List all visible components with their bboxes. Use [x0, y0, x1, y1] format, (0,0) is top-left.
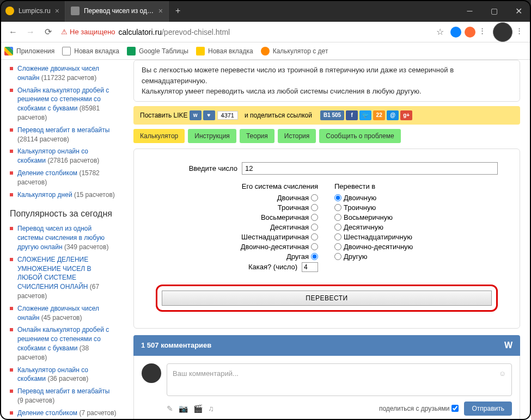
sidebar-link[interactable]: Калькулятор дней (15 расчетов)	[10, 190, 117, 200]
close-icon[interactable]: ×	[55, 7, 59, 15]
to-radio[interactable]	[334, 243, 341, 250]
browser-menu-icon[interactable]: ⋮	[516, 27, 527, 38]
to-radio[interactable]	[334, 224, 341, 231]
from-radio[interactable]	[311, 243, 318, 250]
heart-icon[interactable]: ♥	[203, 110, 215, 120]
convert-highlight: ПЕРЕВЕСТИ	[156, 285, 498, 312]
close-window-button[interactable]: ✕	[506, 0, 531, 22]
radio-label: Троичная	[278, 203, 309, 212]
from-label: Его система счисления	[241, 182, 318, 190]
sidebar-link[interactable]: Калькулятор онлайн со скобками (27816 ра…	[10, 147, 117, 165]
sidebar-link[interactable]: Онлайн калькулятор дробей с решением со …	[10, 86, 117, 122]
page-icon	[62, 47, 71, 55]
comment-textarea[interactable]: Ваш комментарий... ☺	[167, 363, 512, 396]
from-radio[interactable]	[311, 214, 318, 221]
bookmark-item[interactable]: Новая вкладка	[196, 47, 253, 55]
to-label: Перевести в	[334, 182, 413, 190]
to-radio[interactable]	[334, 204, 341, 211]
radio-label: Восьмеричная	[261, 213, 309, 221]
radio-label: Другую	[344, 252, 367, 261]
sidebar-link[interactable]: Сложение двоичных чисел онлайн (45 расче…	[10, 304, 117, 323]
to-radio[interactable]	[334, 233, 341, 240]
url-domain: calculatori.ru	[119, 28, 162, 36]
panel-tab[interactable]: Сообщить о проблеме	[319, 129, 400, 143]
from-radio[interactable]	[311, 233, 318, 240]
to-radio[interactable]	[334, 194, 341, 201]
vk-logo-icon: W	[504, 341, 512, 350]
vk-share-button[interactable]: В 1 505	[320, 110, 344, 120]
emoji-icon[interactable]: ☺	[499, 369, 506, 378]
sidebar-link[interactable]: Перевод мегабит в мегабайты (9 расчетов)	[10, 387, 117, 405]
sidebar-link[interactable]: Деление столбиком (7 расчетов)	[10, 409, 117, 418]
vk-icon[interactable]: w	[190, 110, 202, 120]
video-icon[interactable]: 🎬	[193, 404, 203, 413]
sidebar-link[interactable]: Онлайн калькулятор дробей с решением со …	[10, 325, 117, 362]
from-radio[interactable]	[311, 194, 318, 201]
fb-share-button[interactable]: f	[346, 110, 358, 120]
menu-icon[interactable]: ⋮	[479, 27, 490, 38]
draw-icon[interactable]: ✎	[167, 404, 173, 413]
to-radio[interactable]	[334, 214, 341, 221]
convert-button[interactable]: ПЕРЕВЕСТИ	[162, 291, 492, 306]
radio-label: Двоично-десятичная	[241, 243, 309, 251]
from-radio[interactable]	[311, 204, 318, 211]
bookmark-item[interactable]: Новая вкладка	[62, 47, 119, 55]
from-radio[interactable]	[311, 224, 318, 231]
apps-button[interactable]: Приложения	[4, 47, 54, 55]
reload-button[interactable]: ⟳	[40, 24, 56, 40]
description-text: Вы с легкостью можете перевести число из…	[142, 65, 512, 86]
radio-label: Шестнадцатиричная	[241, 233, 309, 241]
back-button[interactable]: ←	[5, 24, 21, 40]
new-tab-button[interactable]: +	[169, 0, 187, 22]
profile-avatar-icon[interactable]	[493, 22, 512, 42]
sidebar-heading: Популярность за сегодня	[10, 209, 117, 219]
tab-title: Lumpics.ru	[19, 7, 51, 15]
tw-share-button[interactable]: 🐦	[359, 110, 371, 120]
camera-icon[interactable]: 📷	[179, 404, 188, 413]
vk-count: 1 505	[327, 112, 341, 118]
url-field[interactable]: Не защищено calculatori.ru/perevod-chise…	[61, 24, 432, 40]
share-checkbox[interactable]	[451, 405, 459, 412]
sidebar-link[interactable]: Сложение двоичных чисел онлайн (117232 р…	[10, 64, 117, 83]
minimize-button[interactable]: ─	[457, 0, 482, 22]
bookmark-item[interactable]: Google Таблицы	[127, 47, 188, 55]
browser-tab[interactable]: Lumpics.ru ×	[0, 0, 65, 22]
sidebar-link[interactable]: Перевод мегабит в мегабайты (28114 расче…	[10, 126, 117, 144]
extension-icon[interactable]	[450, 27, 461, 38]
bookmark-item[interactable]: Калькулятор с дет	[261, 47, 328, 55]
maximize-button[interactable]: ▢	[482, 0, 506, 22]
url-path: /perevod-chisel.html	[162, 28, 230, 36]
radio-label: Десятичную	[344, 223, 383, 231]
sidebar-link[interactable]: Перевод чисел из одной системы счисления…	[10, 224, 117, 251]
browser-tab-active[interactable]: Перевод чисел из одной систем ×	[65, 0, 169, 22]
sidebar-link[interactable]: СЛОЖЕНИЕ ДЕЛЕНИЕ УМНОЖЕНИЕ ЧИСЕЛ В ЛЮБОЙ…	[10, 255, 117, 301]
send-button[interactable]: Отправить	[464, 402, 512, 416]
from-radio[interactable]	[311, 253, 318, 260]
share-friends-checkbox[interactable]: поделиться с друзьями	[379, 405, 459, 412]
sidebar-link[interactable]: Деление столбиком (15782 расчетов)	[10, 169, 117, 187]
mail-share-button[interactable]: @	[387, 110, 399, 120]
panel-tab[interactable]: История	[278, 129, 316, 143]
not-secure-badge: Не защищено	[61, 28, 115, 36]
number-input[interactable]	[242, 162, 498, 175]
sidebar: Сложение двоичных чисел онлайн (117232 р…	[0, 60, 123, 420]
extension-icon[interactable]	[465, 27, 475, 38]
share-label: и поделиться ссылкой	[245, 112, 312, 119]
main-content: Вы с легкостью можете перевести число из…	[123, 60, 531, 420]
panel-tab[interactable]: Калькулятор	[133, 129, 185, 143]
other-label: Какая? (число)	[248, 263, 297, 271]
panel-tab[interactable]: Инструкция	[188, 129, 236, 143]
close-icon[interactable]: ×	[158, 7, 163, 15]
bookmark-label: Новая вкладка	[208, 47, 253, 55]
gplus-share-button[interactable]: g+	[400, 110, 412, 120]
music-icon[interactable]: ♫	[208, 404, 214, 413]
sidebar-link[interactable]: Калькулятор онлайн со скобками (36 расче…	[10, 366, 117, 384]
forward-button[interactable]: →	[23, 24, 38, 40]
like-label: Поставить LIKE	[140, 112, 188, 119]
bookmarks-bar: Приложения Новая вкладка Google Таблицы …	[0, 42, 531, 60]
to-radio[interactable]	[334, 253, 341, 260]
other-base-input[interactable]	[302, 262, 318, 272]
bookmark-star-icon[interactable]: ☆	[436, 27, 447, 38]
panel-tab[interactable]: Теория	[240, 129, 274, 143]
ok-share-button[interactable]: 22	[373, 110, 385, 120]
